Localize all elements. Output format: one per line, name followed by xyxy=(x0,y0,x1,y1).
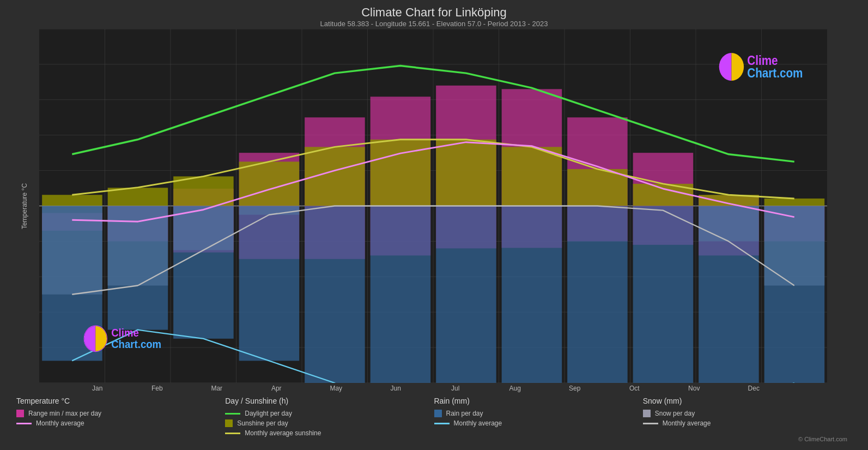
svg-rect-36 xyxy=(42,195,102,206)
legend-rain-avg-icon xyxy=(434,423,450,424)
svg-rect-63 xyxy=(633,206,694,383)
legend-temp-range: Range min / max per day xyxy=(16,410,225,417)
legend-rain-avg-label: Monthly average xyxy=(454,419,502,427)
svg-rect-38 xyxy=(173,176,234,206)
x-label-aug: Aug xyxy=(485,383,545,392)
legend-snow-avg-icon xyxy=(643,423,658,424)
svg-rect-60 xyxy=(436,206,496,383)
legend-sunshine-avg-label: Monthly average sunshine xyxy=(245,429,321,437)
svg-text:Clime: Clime xyxy=(111,326,139,339)
svg-rect-42 xyxy=(436,140,496,206)
x-label-jul: Jul xyxy=(426,383,485,392)
legend-temp-avg-icon xyxy=(16,423,32,424)
chart-title: Climate Chart for Linköping xyxy=(11,5,857,20)
svg-rect-64 xyxy=(699,206,759,383)
x-label-nov: Nov xyxy=(664,383,724,392)
x-label-may: May xyxy=(306,383,366,392)
y-axis-left-label: Temperature °C xyxy=(21,173,28,239)
y-axis-left: Temperature °C xyxy=(11,29,39,383)
legend-sunshine-day-label: Sunshine per day xyxy=(237,419,288,427)
svg-text:Chart.com: Chart.com xyxy=(111,338,161,350)
svg-rect-61 xyxy=(502,206,562,383)
x-label-feb: Feb xyxy=(128,383,187,392)
svg-rect-47 xyxy=(764,199,825,206)
x-label-jun: Jun xyxy=(366,383,426,392)
legend-rain-day-icon xyxy=(434,410,442,417)
legend-col-temperature: Temperature °C Range min / max per day M… xyxy=(16,397,225,442)
app-container: Climate Chart for Linköping Latitude 58.… xyxy=(0,0,868,450)
legend-sunshine-header: Day / Sunshine (h) xyxy=(225,397,434,405)
legend-snow-day: Snow per day xyxy=(643,410,852,417)
svg-rect-62 xyxy=(567,206,628,383)
chart-subtitle: Latitude 58.383 - Longitude 15.661 - Ele… xyxy=(11,20,857,28)
legend-daylight-label: Daylight per day xyxy=(245,410,292,417)
svg-rect-57 xyxy=(239,206,300,361)
legend-snow-day-label: Snow per day xyxy=(655,410,695,417)
legend-snow-day-icon xyxy=(643,410,651,417)
legend-rain-day-label: Rain per day xyxy=(446,410,483,417)
x-label-dec: Dec xyxy=(724,383,784,392)
svg-rect-55 xyxy=(108,206,168,330)
legend-sunshine-avg-icon xyxy=(225,433,240,434)
legend-daylight: Daylight per day xyxy=(225,410,434,417)
legend-snow-avg: Monthly average xyxy=(643,419,852,427)
legend-sunshine-day: Sunshine per day xyxy=(225,419,434,427)
legend-rain-header: Rain (mm) xyxy=(434,397,643,405)
svg-rect-43 xyxy=(502,147,562,206)
legend-area: Temperature °C Range min / max per day M… xyxy=(11,392,857,445)
svg-rect-58 xyxy=(305,206,365,383)
legend-temp-range-label: Range min / max per day xyxy=(28,410,101,417)
x-label-mar: Mar xyxy=(187,383,247,392)
x-label-oct: Oct xyxy=(605,383,665,392)
chart-area: Temperature °C xyxy=(11,29,857,383)
copyright: © ClimeChart.com xyxy=(798,431,852,442)
legend-temp-header: Temperature °C xyxy=(16,397,225,405)
legend-sunshine-avg: Monthly average sunshine xyxy=(225,429,434,437)
x-label-jan: Jan xyxy=(68,383,128,392)
svg-rect-56 xyxy=(173,206,234,339)
x-label-apr: Apr xyxy=(247,383,307,392)
chart-svg: 50 40 30 20 10 0 -10 -20 -30 -40 -50 0 6… xyxy=(39,29,827,383)
legend-col-snow: Snow (mm) Snow per day Monthly average ©… xyxy=(643,397,852,442)
legend-temp-avg: Monthly average xyxy=(16,419,225,427)
x-label-sep: Sep xyxy=(545,383,605,392)
legend-rain-day: Rain per day xyxy=(434,410,643,417)
legend-rain-avg: Monthly average xyxy=(434,419,643,427)
svg-rect-59 xyxy=(371,206,431,383)
legend-col-sunshine: Day / Sunshine (h) Daylight per day Suns… xyxy=(225,397,434,442)
y-axis-right xyxy=(827,29,857,383)
svg-rect-65 xyxy=(764,206,825,383)
legend-sunshine-day-icon xyxy=(225,419,233,427)
legend-daylight-icon xyxy=(225,413,240,415)
legend-temp-avg-label: Monthly average xyxy=(36,419,84,427)
chart-header: Climate Chart for Linköping Latitude 58.… xyxy=(11,5,857,28)
legend-col-rain: Rain (mm) Rain per day Monthly average xyxy=(434,397,643,442)
legend-snow-header: Snow (mm) xyxy=(643,397,852,405)
svg-text:Chart.com: Chart.com xyxy=(747,66,803,80)
legend-temp-range-icon xyxy=(16,410,24,417)
x-axis: Jan Feb Mar Apr May Jun Jul Aug Sep Oct … xyxy=(11,383,857,392)
chart-main: 50 40 30 20 10 0 -10 -20 -30 -40 -50 0 6… xyxy=(39,29,827,383)
legend-snow-avg-label: Monthly average xyxy=(663,419,711,427)
